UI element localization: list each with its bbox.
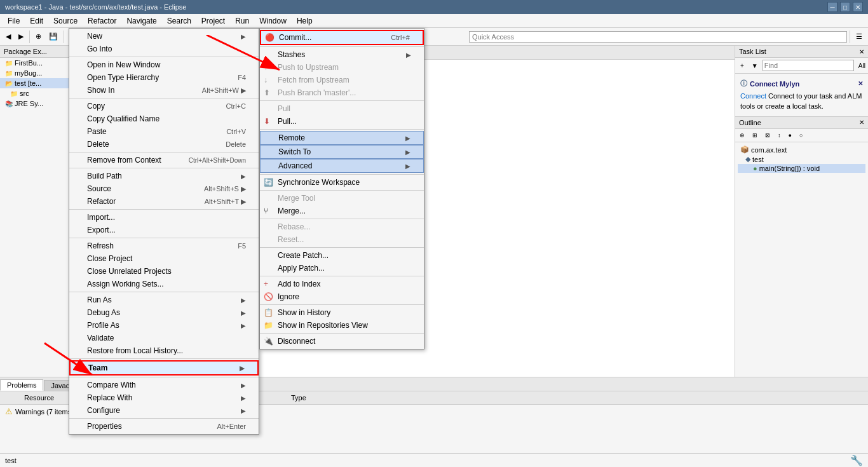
ctx-remove-context[interactable]: Remove from ContextCtrl+Alt+Shift+Down <box>69 154 259 166</box>
team-push-upstream: ↑ Push to Upstream <box>260 61 424 74</box>
ctx-team[interactable]: Team▶ <box>69 360 259 376</box>
team-apply-patch[interactable]: Apply Patch... <box>260 262 424 274</box>
team-reset: Reset... <box>260 233 424 246</box>
ctx-sep <box>260 247 424 248</box>
ctx-sep <box>69 168 259 168</box>
ctx-refactor[interactable]: RefactorAlt+Shift+T ▶ <box>69 195 259 208</box>
ctx-label: Close Unrelated Projects <box>87 267 172 276</box>
ctx-label: Go Into <box>87 44 112 53</box>
ctx-import[interactable]: Import... <box>69 211 259 224</box>
submenu-arrow: ▶ <box>405 135 410 142</box>
ctx-configure[interactable]: Configure▶ <box>69 404 259 417</box>
ctx-compare-with[interactable]: Compare With▶ <box>69 379 259 391</box>
ctx-source[interactable]: SourceAlt+Shift+S ▶ <box>69 182 259 195</box>
ctx-label: Fetch from Upstream <box>278 76 349 85</box>
ctx-copy-qualified[interactable]: Copy Qualified Name <box>69 112 259 125</box>
ctx-shortcut: Ctrl+Alt+Shift+Down <box>189 157 246 164</box>
team-ignore[interactable]: 🚫 Ignore <box>260 290 424 303</box>
ctx-sep <box>260 100 424 101</box>
ctx-run-as[interactable]: Run As▶ <box>69 294 259 306</box>
ctx-label: Debug As <box>87 308 120 317</box>
team-commit[interactable]: 🔴 Commit... Ctrl+# <box>260 30 424 45</box>
ctx-open-new-window[interactable]: Open in New Window <box>69 58 259 71</box>
team-pull: Pull <box>260 102 424 115</box>
ctx-open-type-hierarchy[interactable]: Open Type HierarchyF4 <box>69 71 259 84</box>
team-rebase: Rebase... <box>260 220 424 233</box>
ctx-label: Delete <box>87 140 109 149</box>
repos-icon: 📁 <box>264 321 273 330</box>
ctx-sep <box>69 57 259 57</box>
ctx-label: Build Path <box>87 172 122 180</box>
ctx-refresh[interactable]: RefreshF5 <box>69 240 259 252</box>
team-pull-dialog[interactable]: ⬇ Pull... <box>260 115 424 128</box>
ctx-profile-as[interactable]: Profile As▶ <box>69 319 259 332</box>
ctx-sep <box>69 418 259 419</box>
ctx-label: Push Branch 'master'... <box>278 88 356 97</box>
ctx-shortcut: Ctrl+# <box>391 34 410 41</box>
ctx-label: Refresh <box>87 241 114 250</box>
ctx-export[interactable]: Export... <box>69 224 259 236</box>
team-create-patch[interactable]: Create Patch... <box>260 249 424 262</box>
ctx-label: Rebase... <box>278 222 310 231</box>
ctx-sep <box>260 304 424 305</box>
ctx-close-project[interactable]: Close Project <box>69 252 259 265</box>
team-switch-to[interactable]: Switch To ▶ <box>260 145 424 159</box>
sync-icon: 🔄 <box>264 178 273 187</box>
disconnect-icon: 🔌 <box>264 337 273 346</box>
ctx-restore-local[interactable]: Restore from Local History... <box>69 344 259 357</box>
ctx-label: Merge... <box>278 206 306 215</box>
team-show-repos[interactable]: 📁 Show in Repositories View <box>260 319 424 332</box>
ctx-label: Paste <box>87 127 107 136</box>
team-stashes[interactable]: Stashes ▶ <box>260 48 424 61</box>
team-show-history[interactable]: 📋 Show in History <box>260 306 424 319</box>
ctx-label: Copy Qualified Name <box>87 114 159 123</box>
team-advanced[interactable]: Advanced ▶ <box>260 159 424 173</box>
submenu-arrow: ▶ <box>406 51 411 58</box>
ctx-label: Create Patch... <box>278 251 329 260</box>
ctx-copy[interactable]: CopyCtrl+C <box>69 100 259 112</box>
ctx-delete[interactable]: DeleteDelete <box>69 138 259 151</box>
ctx-show-in[interactable]: Show InAlt+Shift+W ▶ <box>69 84 259 97</box>
ctx-shortcut: Delete <box>226 140 246 148</box>
ctx-build-path[interactable]: Build Path▶ <box>69 170 259 182</box>
ctx-label: Open Type Hierarchy <box>87 73 159 82</box>
ctx-debug-as[interactable]: Debug As▶ <box>69 306 259 319</box>
submenu-arrow: ▶ <box>240 365 245 372</box>
ctx-label: Merge Tool <box>278 194 315 203</box>
ctx-label: Pull... <box>278 117 297 126</box>
ctx-label: Pull <box>278 104 290 113</box>
ctx-sep <box>260 276 424 276</box>
ctx-label: Show in Repositories View <box>278 321 368 330</box>
team-add-index[interactable]: + Add to Index <box>260 278 424 290</box>
ctx-close-unrelated[interactable]: Close Unrelated Projects <box>69 265 259 278</box>
ctx-properties[interactable]: PropertiesAlt+Enter <box>69 420 259 433</box>
team-merge[interactable]: ⑂ Merge... <box>260 205 424 217</box>
team-submenu: 🔴 Commit... Ctrl+# Stashes ▶ ↑ Push to U… <box>259 28 424 349</box>
ctx-paste[interactable]: PasteCtrl+V <box>69 125 259 138</box>
ctx-new[interactable]: New▶ <box>69 30 259 43</box>
team-disconnect[interactable]: 🔌 Disconnect <box>260 335 424 348</box>
ctx-label: Profile As <box>87 321 119 330</box>
ctx-label: Assign Working Sets... <box>87 280 164 288</box>
ctx-label: Close Project <box>87 254 132 263</box>
ctx-shortcut: F5 <box>238 242 246 250</box>
ctx-go-into[interactable]: Go Into <box>69 43 259 55</box>
ctx-shortcut: Alt+Shift+W ▶ <box>202 86 246 95</box>
ctx-sep <box>69 209 259 210</box>
ctx-label: Show in History <box>278 308 330 317</box>
ctx-sep <box>260 129 424 130</box>
ctx-label: Remove from Context <box>87 156 161 165</box>
team-sync-workspace[interactable]: 🔄 Synchronize Workspace <box>260 176 424 189</box>
history-icon: 📋 <box>264 308 273 317</box>
submenu-arrow: ▶ <box>405 149 410 156</box>
ctx-replace-with[interactable]: Replace With▶ <box>69 391 259 404</box>
ctx-validate[interactable]: Validate <box>69 332 259 344</box>
team-remote[interactable]: Remote ▶ <box>260 131 424 145</box>
ctx-assign-sets[interactable]: Assign Working Sets... <box>69 278 259 290</box>
ctx-label: Team <box>88 363 107 372</box>
ctx-label: Add to Index <box>278 280 320 288</box>
ctx-label: Stashes <box>278 50 305 59</box>
ctx-label: Remote <box>278 133 305 142</box>
ctx-label: Disconnect <box>278 337 315 346</box>
ctx-sep <box>69 98 259 98</box>
